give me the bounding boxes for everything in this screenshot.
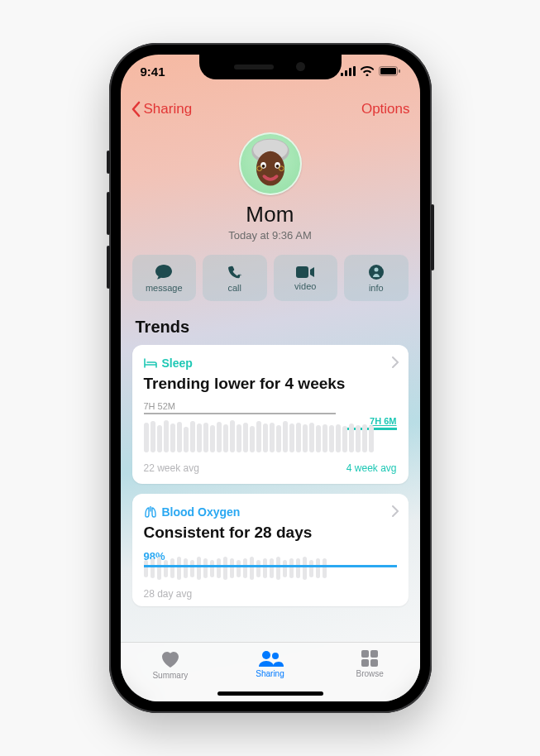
screen: 9:41 Sharing Options (121, 55, 420, 701)
svg-rect-5 (380, 68, 396, 74)
mute-switch (107, 151, 110, 174)
battery-icon (379, 66, 400, 76)
blood-headline: Consistent for 28 days (144, 524, 397, 542)
sleep-long-avg-label: 22 week avg (144, 462, 199, 474)
svg-rect-1 (345, 70, 347, 76)
info-label: info (369, 283, 384, 293)
grid-icon (361, 649, 379, 667)
contact-name: Mom (132, 202, 409, 227)
lungs-icon (144, 506, 157, 518)
notch (199, 55, 342, 79)
message-icon (155, 264, 173, 280)
message-label: message (146, 283, 183, 293)
sleep-card[interactable]: Sleep Trending lower for 4 weeks 7H 52M … (132, 345, 409, 484)
svg-point-17 (369, 265, 384, 280)
phone-icon (227, 264, 243, 280)
phone-frame: 9:41 Sharing Options (109, 43, 432, 713)
svg-rect-6 (399, 69, 400, 73)
sleep-headline: Trending lower for 4 weeks (144, 375, 397, 393)
back-label: Sharing (144, 101, 193, 117)
message-button[interactable]: message (132, 255, 197, 301)
people-icon (257, 649, 284, 667)
home-indicator[interactable] (217, 691, 323, 696)
svg-point-20 (272, 653, 279, 659)
sleep-short-avg-label: 4 week avg (346, 462, 397, 474)
content-area: Mom Today at 9:36 AM message call video (121, 124, 420, 642)
bed-icon (144, 358, 157, 368)
sleep-chart: 7H 52M 7H 6M (144, 401, 397, 457)
svg-point-12 (261, 165, 265, 168)
tab-browse-label: Browse (356, 669, 384, 678)
volume-up-button (107, 192, 110, 235)
status-time: 9:41 (141, 65, 165, 79)
chevron-right-icon (392, 505, 399, 517)
svg-rect-21 (361, 650, 369, 658)
svg-rect-3 (353, 66, 356, 76)
nav-bar: Sharing Options (121, 93, 420, 126)
blood-metric-label: Blood Oxygen (162, 505, 241, 519)
svg-rect-23 (361, 659, 369, 667)
svg-rect-22 (370, 650, 378, 658)
heart-icon (160, 649, 181, 669)
call-label: call (227, 283, 241, 293)
wifi-icon (361, 66, 374, 76)
trends-title: Trends (136, 318, 405, 337)
svg-point-13 (275, 165, 279, 168)
svg-point-18 (374, 267, 378, 271)
sleep-metric-label: Sleep (162, 356, 193, 370)
memoji-icon (241, 134, 300, 194)
video-button[interactable]: video (274, 255, 338, 301)
sleep-long-value: 7H 52M (144, 401, 176, 411)
svg-rect-0 (341, 73, 343, 76)
signal-icon (341, 66, 356, 76)
blood-oxygen-card[interactable]: Blood Oxygen Consistent for 28 days 98% … (132, 494, 409, 606)
svg-rect-2 (349, 68, 351, 76)
tab-summary[interactable]: Summary (121, 643, 221, 701)
video-label: video (294, 281, 316, 291)
options-button[interactable]: Options (361, 101, 410, 117)
info-button[interactable]: info (344, 255, 409, 301)
svg-rect-24 (370, 659, 378, 667)
video-icon (295, 266, 315, 279)
info-icon (368, 264, 385, 280)
svg-rect-16 (296, 266, 308, 278)
blood-chart: 98% 28 day avg (144, 550, 397, 596)
contact-subtitle: Today at 9:36 AM (132, 229, 409, 242)
tab-browse[interactable]: Browse (320, 643, 420, 701)
svg-point-19 (262, 651, 270, 659)
blood-avg-label: 28 day avg (144, 588, 193, 600)
chevron-left-icon (131, 101, 141, 117)
avatar[interactable] (239, 132, 302, 195)
back-button[interactable]: Sharing (131, 101, 193, 117)
volume-down-button (107, 246, 110, 289)
tab-summary-label: Summary (152, 671, 188, 680)
blood-avg-line (144, 565, 397, 567)
tab-sharing-label: Sharing (256, 669, 284, 678)
power-button (431, 204, 434, 270)
action-row: message call video info (132, 255, 409, 301)
chevron-right-icon (392, 356, 399, 368)
call-button[interactable]: call (203, 255, 267, 301)
